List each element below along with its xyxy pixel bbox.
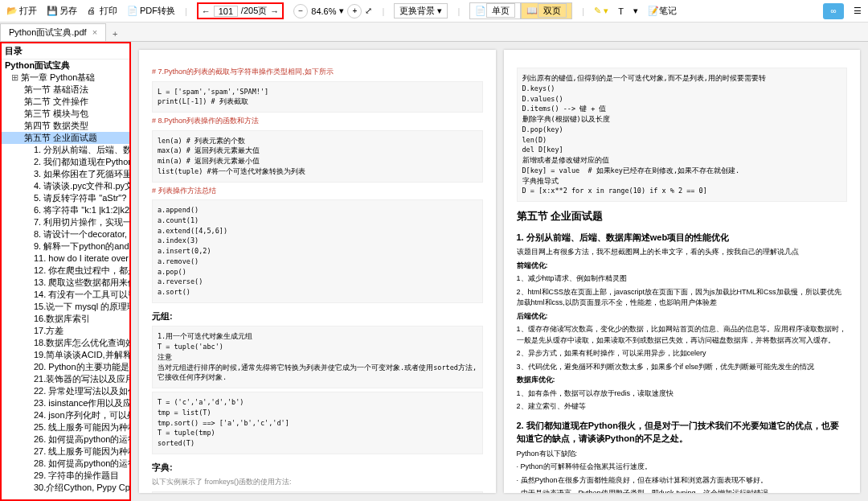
- code-block: 1.用一个可迭代对象生成元组 T = tuple('abc') 注意 当对元组进…: [152, 326, 483, 388]
- outline-item[interactable]: 4. 请谈谈.pyc文件和.py文件的: [5, 180, 126, 192]
- outline-item[interactable]: 13. 爬取这些数据都用来做什么: [5, 277, 126, 289]
- pdf-icon: 📄: [127, 6, 138, 17]
- list-item: · 由于是动态语言，Python使用鸭子类型，即duck-typing，这会增加…: [517, 488, 848, 493]
- outline-sidebar: 目录 Python面试宝典 第一章 Python基础 第一节 基础语法 第二节 …: [0, 42, 131, 501]
- outline-section[interactable]: 第二节 文件操作: [2, 96, 129, 108]
- prev-page-button[interactable]: ←: [202, 6, 211, 16]
- folder-icon: 📂: [6, 6, 18, 17]
- zoom-out-button[interactable]: −: [293, 4, 308, 18]
- fit-button[interactable]: ⤢: [365, 6, 372, 16]
- list-item: 3、代码优化，避免循环和判断次数太多，如果多个if else判断，优先判断最可能…: [517, 362, 848, 373]
- code-comment: # 列表操作方法总结: [152, 186, 483, 197]
- outline-item[interactable]: 24. json序列化时，可以处理的: [5, 409, 126, 421]
- code-block: 列出原有的键值,但得到的是一个可迭代对象,而不是列表,用的时候要需要转 D.ke…: [517, 68, 848, 202]
- chapter-heading: 第五节 企业面试题: [517, 208, 848, 224]
- print-icon: 🖨: [87, 6, 98, 17]
- outline-section[interactable]: 第四节 数据类型: [2, 120, 129, 132]
- pdf-convert-button[interactable]: 📄PDF转换: [127, 5, 175, 17]
- code-block: a.append() a.count(1) a.extend([4,5,6]) …: [152, 199, 483, 303]
- code-block: L = ['spam','spam','SPAM!'] print(L[-1])…: [152, 81, 483, 113]
- outline-item[interactable]: 14. 有没有一个工具可以帮助查: [5, 289, 126, 301]
- section-heading: 元组:: [152, 310, 483, 323]
- outline-item[interactable]: 30.介绍Cython, Pypy Cpytho: [5, 482, 126, 494]
- outline-item[interactable]: 2. 我们都知道现在Python很火: [5, 156, 126, 168]
- outline-item[interactable]: 17.方差: [5, 325, 126, 337]
- list-item: 1、缓存存储读写次数高，变化少的数据，比如网站首页的信息、商品的信息等。应用程序…: [517, 324, 848, 346]
- outline-section[interactable]: 第一节 基础语法: [2, 84, 129, 96]
- subhead: 数据库优化:: [517, 376, 555, 384]
- close-icon[interactable]: ×: [92, 27, 97, 37]
- page-left: # 7.Python的列表的截取与字符串操作类型相同,如下所示 L = ['sp…: [139, 50, 496, 493]
- code-block: len(a) # 列表元素的个数 max(a) # 返回列表元素最大值 min(…: [152, 130, 483, 183]
- total-pages: /205页: [241, 5, 267, 17]
- outline-item[interactable]: 7. 利用切片操作，实现一个trim: [5, 216, 126, 228]
- outline-item[interactable]: 8. 请设计一个decorator, 它可: [5, 228, 126, 240]
- list-item: 2、建立索引、外键等: [517, 401, 848, 413]
- next-page-button[interactable]: →: [270, 6, 279, 16]
- open-button[interactable]: 📂打开: [6, 5, 37, 17]
- zoom-level: 84.6%: [311, 6, 336, 16]
- print-button[interactable]: 🖨打印: [87, 5, 117, 17]
- outline-item[interactable]: 19.简单谈谈ACID,并解释每一: [5, 349, 126, 361]
- outline-item[interactable]: 18.数据库怎么优化查询效率?: [5, 337, 126, 349]
- page-right: 列出原有的键值,但得到的是一个可迭代对象,而不是列表,用的时候要需要转 D.ke…: [504, 50, 861, 493]
- outline-item[interactable]: 16.数据库索引: [5, 313, 126, 325]
- outline-item[interactable]: 12. 你在爬虫过程中，都是怎么: [5, 265, 126, 277]
- outline-item[interactable]: 22. 异常处理写法以及如何主动: [5, 385, 126, 397]
- page-input[interactable]: [214, 6, 238, 17]
- outline-root[interactable]: Python面试宝典: [2, 60, 129, 72]
- outline-item[interactable]: 27. 线上服务可能因为种种原因: [5, 446, 126, 458]
- outline-chapter[interactable]: 第一章 Python基础: [2, 72, 129, 84]
- list-item: 1、如有条件，数据可以存放于redis，读取速度快: [517, 388, 848, 400]
- list-item: 2、html和CSS放在页面上部，javascript放在页面下面，因为js加载…: [517, 287, 848, 309]
- tab-document[interactable]: Python面试宝典.pdf ×: [0, 23, 106, 41]
- paragraph: 以下实例展示了 fromkeys()函数的使用方法:: [152, 477, 483, 488]
- outline-item[interactable]: 11. how do I iterate over a s: [5, 253, 126, 265]
- list-item: 2、异步方式，如果有耗时操作，可以采用异步，比如celery: [517, 348, 848, 359]
- question-heading: 1. 分别从前端、后端、数据库阐述web项目的性能优化: [517, 231, 848, 244]
- outline-item[interactable]: 28. 如何提高python的运行效率: [5, 458, 126, 470]
- code-block: T = ('c','a','d','b') tmp = list(T) tmp.…: [152, 392, 483, 454]
- tab-bar: Python面试宝典.pdf × +: [0, 23, 868, 42]
- save-icon: 💾: [47, 6, 58, 17]
- cloud-sync-icon[interactable]: ∞: [823, 3, 844, 19]
- text-tool[interactable]: T: [618, 6, 624, 16]
- outline-section-active[interactable]: 第五节 企业面试题: [2, 132, 129, 144]
- document-viewport[interactable]: # 7.Python的列表的截取与字符串操作类型相同,如下所示 L = ['sp…: [131, 42, 868, 501]
- outline-item[interactable]: 20. Python的主要功能是什么?: [5, 361, 126, 373]
- outline-item[interactable]: 29. 字符串的操作题目: [5, 470, 126, 482]
- new-tab-button[interactable]: +: [106, 27, 124, 41]
- outline-section[interactable]: 第三节 模块与包: [2, 108, 129, 120]
- list-item: 1、减少http请求、例如制作精灵图: [517, 273, 848, 285]
- outline-item[interactable]: 21.装饰器的写法以及应用场景: [5, 373, 126, 385]
- note-tool[interactable]: 📝笔记: [648, 5, 677, 17]
- subhead: 前端优化:: [517, 261, 548, 269]
- single-page-button[interactable]: 📄单页: [469, 2, 521, 19]
- outline-item[interactable]: 26. 如何提高python的运行效率: [5, 433, 126, 446]
- saveas-button[interactable]: 💾另存: [47, 5, 77, 17]
- highlight-tool[interactable]: ✎ ▾: [594, 6, 608, 16]
- paragraph: 该题目网上有很多方法，我不想截图网上的长串文字，看的头疼，按我自己的理解说几点: [517, 247, 848, 258]
- section-heading: 字典:: [152, 461, 483, 474]
- outline-item[interactable]: 5. 请反转字符串 "aStr"?: [5, 192, 126, 204]
- list-item: · Python的可解释特征会拖累其运行速度。: [517, 462, 848, 473]
- sidebar-title: 目录: [2, 43, 129, 60]
- outline-item[interactable]: 9. 解释一下python的and-or: [5, 240, 126, 253]
- code-comment: # 7.Python的列表的截取与字符串操作类型相同,如下所示: [152, 67, 483, 78]
- outline-item[interactable]: 25. 线上服务可能因为种种原因: [5, 421, 126, 433]
- subhead: 后端优化:: [517, 312, 548, 320]
- double-page-button[interactable]: 📖双页: [521, 2, 572, 19]
- zoom-in-button[interactable]: +: [347, 4, 362, 18]
- outline-item[interactable]: 6. 将字符串 "k:1 |k1:2|k2:3|k3: [5, 204, 126, 216]
- code-block: 实例(Python 2.0+) #!/usr/bin/python # -*- …: [152, 491, 483, 493]
- toolbar: 📂打开 💾另存 🖨打印 📄PDF转换 | ← /205页 → − 84.6%▾ …: [0, 0, 868, 23]
- outline-item[interactable]: 3. 如果你困在了死循环里，怎: [5, 168, 126, 180]
- outline-item[interactable]: 15.说一下 mysql 的原理理?: [5, 301, 126, 313]
- outline-tree[interactable]: Python面试宝典 第一章 Python基础 第一节 基础语法 第二节 文件操…: [2, 60, 129, 494]
- outline-item[interactable]: 1. 分别从前端、后端、数据库: [5, 144, 126, 156]
- outline-item[interactable]: 23. isinstance作用以及应用场: [5, 397, 126, 409]
- code-comment: # 8.Python列表操作的函数和方法: [152, 116, 483, 127]
- list-item: · 虽然Python在很多方面都性能良好，但在移动计算和浏览器方面表现不够好。: [517, 475, 848, 487]
- background-dropdown[interactable]: 更换背景 ▾: [394, 3, 448, 18]
- menu-icon[interactable]: ☰: [854, 6, 862, 16]
